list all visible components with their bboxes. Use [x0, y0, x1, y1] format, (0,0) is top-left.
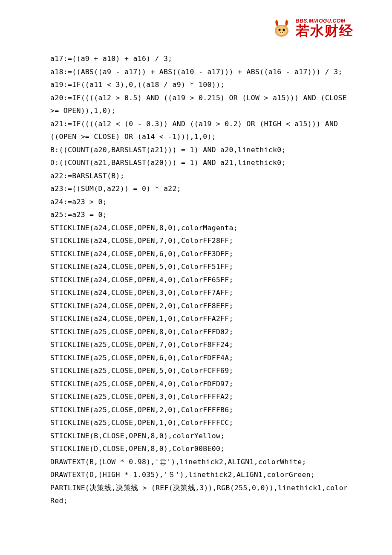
header-divider — [38, 45, 354, 45]
mascot-icon — [271, 17, 292, 38]
svg-point-3 — [283, 29, 285, 31]
svg-point-2 — [279, 29, 281, 31]
brand-text-block: BBS.MIAOGU.COM 若水财经 — [296, 18, 354, 38]
svg-point-6 — [282, 32, 283, 33]
brand-header: BBS.MIAOGU.COM 若水财经 — [271, 17, 354, 38]
svg-point-5 — [280, 32, 281, 33]
svg-point-4 — [280, 32, 284, 35]
code-content: a17:=((a9 + a10) + a16) / 3; a18:=((ABS(… — [50, 52, 349, 508]
brand-name: 若水财经 — [296, 24, 354, 38]
